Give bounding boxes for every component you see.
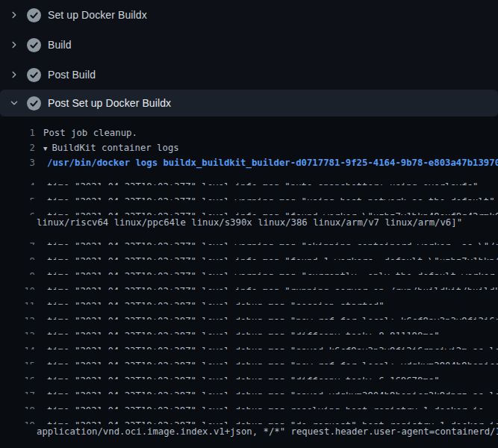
log-line-text-wrap: time="2021-04-23T18:02:38Z" level=debug … <box>35 388 498 394</box>
log-line: 15 time="2021-04-23T18:02:38Z" level=deb… <box>0 349 498 364</box>
log-text: /usr/bin/docker logs buildx_buildkit_bui… <box>47 158 498 168</box>
log-line-text-wrap: time="2021-04-23T18:02:37Z" level=warnin… <box>35 269 498 275</box>
line-number-link[interactable]: 4 <box>0 179 35 185</box>
log-line-text-wrap: time="2021-04-23T18:02:37Z" level=info m… <box>35 179 478 185</box>
log-line: 2 ▼BuildKit container logs <box>0 140 498 155</box>
check-circle-icon <box>27 38 41 52</box>
log-line-text-wrap: time="2021-04-23T18:02:38Z" level=debug … <box>35 358 498 364</box>
chevron-down-icon <box>9 98 27 108</box>
step-row[interactable]: Build <box>0 30 498 60</box>
log-line-text-wrap: ▼BuildKit container logs <box>35 140 179 155</box>
line-number-link[interactable] <box>0 215 35 230</box>
log-line: 7 time="2021-04-23T18:02:37Z" level=warn… <box>0 230 498 245</box>
log-line: 11 time="2021-04-23T18:02:38Z" level=deb… <box>0 290 498 305</box>
chevron-right-icon <box>9 40 27 50</box>
line-number-link[interactable] <box>0 424 35 439</box>
log-text: time="2021-04-23T18:02:38Z" level=debug … <box>47 346 498 349</box>
log-text: time="2021-04-23T18:02:38Z" level=debug … <box>47 301 385 305</box>
line-number-link[interactable]: 7 <box>0 239 35 245</box>
log-line: 3 /usr/bin/docker logs buildx_buildkit_b… <box>0 155 498 170</box>
step-label: Post Set up Docker Buildx <box>48 97 171 109</box>
line-number-link[interactable]: 1 <box>0 125 35 140</box>
log-line: 8 time="2021-04-23T18:02:37Z" level=info… <box>0 245 498 260</box>
log-line: 1 Post job cleanup. <box>0 125 498 140</box>
log-area: 1 Post job cleanup. 2 ▼BuildKit containe… <box>0 116 498 448</box>
log-line-text-wrap: linux/riscv64 linux/ppc64le linux/s390x … <box>35 215 462 230</box>
job-log-viewer: Set up Docker Buildx Build P <box>0 0 498 448</box>
log-text: time="2021-04-23T18:02:37Z" level=info m… <box>47 286 498 290</box>
log-text: time="2021-04-23T18:02:38Z" level=debug … <box>47 405 484 409</box>
line-number-link[interactable]: 12 <box>0 314 35 320</box>
log-line: 14 time="2021-04-23T18:02:38Z" level=deb… <box>0 335 498 349</box>
log-line-text-wrap: /usr/bin/docker logs buildx_buildkit_bui… <box>35 155 498 170</box>
line-number-link[interactable]: 11 <box>0 299 35 305</box>
log-text: application/vnd.oci.image.index.v1+json,… <box>37 426 498 437</box>
line-number-link[interactable]: 16 <box>0 373 35 379</box>
step-label: Set up Docker Buildx <box>48 9 147 21</box>
log-line-text-wrap: time="2021-04-23T18:02:38Z" level=debug … <box>35 314 498 320</box>
log-line: 5 time="2021-04-23T18:02:37Z" level=warn… <box>0 185 498 200</box>
log-line-text-wrap: time="2021-04-23T18:02:38Z" level=debug … <box>35 299 385 305</box>
log-text: time="2021-04-23T18:02:38Z" level=debug … <box>47 361 498 364</box>
log-line: 20 time="2021-04-23T18:02:38Z" level=deb… <box>0 439 498 448</box>
log-text: time="2021-04-23T18:02:38Z" level=debug … <box>47 391 498 394</box>
log-text: time="2021-04-23T18:02:38Z" level=debug … <box>47 331 440 335</box>
line-number-link[interactable]: 15 <box>0 358 35 364</box>
line-number-link[interactable]: 9 <box>0 269 35 275</box>
log-line-text-wrap: time="2021-04-23T18:02:38Z" level=debug … <box>35 403 484 409</box>
log-line: 19 time="2021-04-23T18:02:38Z" level=deb… <box>0 409 498 424</box>
log-line: 16 time="2021-04-23T18:02:38Z" level=deb… <box>0 364 498 379</box>
log-line-text-wrap: time="2021-04-23T18:02:37Z" level=info m… <box>35 209 498 215</box>
log-text: time="2021-04-23T18:02:37Z" level=info m… <box>47 181 478 185</box>
chevron-right-icon <box>9 10 27 20</box>
log-text: linux/riscv64 linux/ppc64le linux/s390x … <box>37 217 462 228</box>
step-row[interactable]: Post Build <box>0 60 498 90</box>
log-text: BuildKit container logs <box>52 143 178 153</box>
check-circle-icon <box>27 8 41 22</box>
log-line-text-wrap: time="2021-04-23T18:02:37Z" level=info m… <box>35 254 498 260</box>
line-number-link[interactable]: 13 <box>0 329 35 335</box>
check-circle-icon <box>27 96 41 111</box>
line-number-link[interactable]: 10 <box>0 284 35 290</box>
log-line: 10 time="2021-04-23T18:02:37Z" level=inf… <box>0 275 498 290</box>
log-line-text-wrap: time="2021-04-23T18:02:38Z" level=debug … <box>35 329 440 335</box>
log-text: time="2021-04-23T18:02:38Z" level=debug … <box>47 316 498 320</box>
chevron-right-icon <box>9 69 27 80</box>
log-text: Post job cleanup. <box>43 128 137 138</box>
log-line-text-wrap: time="2021-04-23T18:02:38Z" level=debug … <box>35 373 440 379</box>
log-text: time="2021-04-23T18:02:38Z" level=debug … <box>47 376 440 379</box>
log-line: 17 time="2021-04-23T18:02:38Z" level=deb… <box>0 379 498 394</box>
log-line-text-wrap: time="2021-04-23T18:02:37Z" level=warnin… <box>35 194 495 200</box>
line-number-link[interactable]: 19 <box>0 418 35 424</box>
line-number-link[interactable]: 17 <box>0 388 35 394</box>
line-number-link[interactable]: 5 <box>0 194 35 200</box>
log-line-text-wrap: time="2021-04-23T18:02:38Z" level=debug … <box>35 418 498 424</box>
line-number-link[interactable]: 6 <box>0 209 35 215</box>
line-number-link[interactable]: 18 <box>0 403 35 409</box>
log-line-text-wrap: time="2021-04-23T18:02:37Z" level=info m… <box>35 284 498 290</box>
step-label: Post Build <box>48 69 96 81</box>
log-text: time="2021-04-23T18:02:37Z" level=warnin… <box>47 196 495 200</box>
line-number-link[interactable]: 2 <box>0 140 35 155</box>
log-line: 18 time="2021-04-23T18:02:38Z" level=deb… <box>0 394 498 409</box>
group-caret-icon[interactable]: ▼ <box>43 145 52 152</box>
log-text: time="2021-04-23T18:02:37Z" level=warnin… <box>47 241 498 245</box>
line-number-link[interactable]: 8 <box>0 254 35 260</box>
log-line-text-wrap: application/vnd.oci.image.index.v1+json,… <box>35 424 498 439</box>
log-line-text-wrap: time="2021-04-23T18:02:38Z" level=debug … <box>35 343 498 349</box>
log-line: application/vnd.oci.image.index.v1+json,… <box>0 424 498 439</box>
step-label: Build <box>48 39 72 51</box>
steps-list: Set up Docker Buildx Build P <box>0 0 498 116</box>
log-line: 9 time="2021-04-23T18:02:37Z" level=warn… <box>0 260 498 275</box>
step-row[interactable]: Post Set up Docker Buildx <box>0 90 498 116</box>
line-number-link[interactable]: 14 <box>0 343 35 349</box>
log-line: linux/riscv64 linux/ppc64le linux/s390x … <box>0 215 498 230</box>
line-number-link[interactable]: 3 <box>0 155 35 170</box>
log-line-text-wrap: time="2021-04-23T18:02:37Z" level=warnin… <box>35 239 498 245</box>
step-row[interactable]: Set up Docker Buildx <box>0 0 498 30</box>
log-text: time="2021-04-23T18:02:37Z" level=info m… <box>47 256 498 260</box>
log-line-text-wrap: Post job cleanup. <box>35 125 137 140</box>
log-line: 12 time="2021-04-23T18:02:38Z" level=deb… <box>0 305 498 320</box>
log-text: time="2021-04-23T18:02:37Z" level=warnin… <box>47 271 498 275</box>
log-line: 6 time="2021-04-23T18:02:37Z" level=info… <box>0 200 498 215</box>
